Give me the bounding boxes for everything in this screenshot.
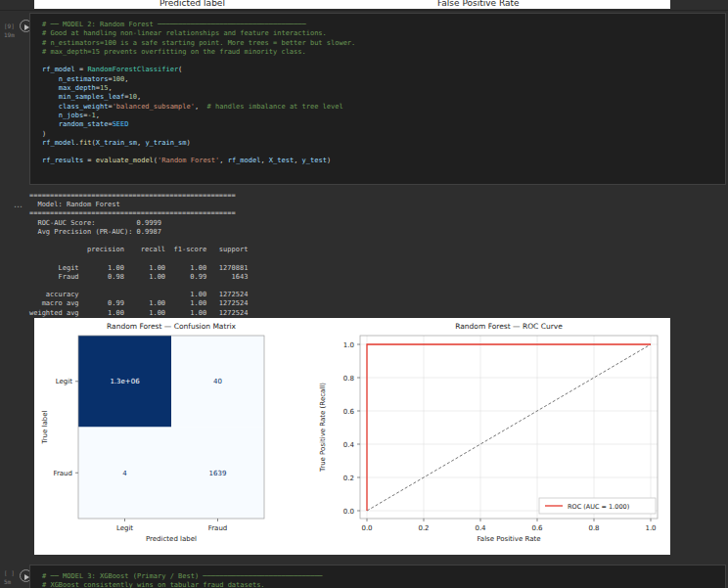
svg-text:1.0: 1.0	[343, 341, 354, 349]
cell-output-figure: 1.3e+064041639Random Forest — Confusion …	[34, 318, 670, 555]
code-cell-xgboost[interactable]: # ── MODEL 3: XGBoost (Primary / Best) ─…	[29, 565, 726, 588]
svg-text:Predicted label: Predicted label	[146, 535, 197, 543]
cell-separator	[0, 10, 728, 11]
code-cell-random-forest[interactable]: # ── MODEL 2: Random Forest ────────────…	[29, 13, 726, 185]
prev-xlabel-right: False Positive Rate	[437, 0, 520, 8]
svg-text:0.2: 0.2	[418, 524, 429, 532]
code-editor[interactable]: # ── MODEL 3: XGBoost (Primary / Best) ─…	[30, 565, 725, 588]
svg-text:4: 4	[122, 470, 127, 477]
svg-text:Legit: Legit	[116, 524, 133, 532]
svg-text:Random Forest — Confusion Matr: Random Forest — Confusion Matrix	[107, 322, 237, 331]
svg-text:Fraud: Fraud	[208, 524, 228, 532]
svg-text:0.8: 0.8	[588, 524, 599, 532]
svg-text:False Positive Rate: False Positive Rate	[477, 535, 540, 543]
svg-text:0.4: 0.4	[475, 524, 486, 532]
svg-text:True label: True label	[41, 410, 49, 444]
svg-text:0.4: 0.4	[343, 441, 355, 449]
cell-output-text: ========================================…	[29, 192, 248, 318]
svg-text:0.2: 0.2	[343, 475, 354, 482]
results-figure: 1.3e+064041639Random Forest — Confusion …	[34, 318, 670, 555]
svg-text:0.6: 0.6	[531, 524, 543, 532]
output-collapse-indicator[interactable]: ⋯	[14, 202, 23, 211]
code-editor[interactable]: # ── MODEL 2: Random Forest ────────────…	[30, 14, 725, 166]
svg-text:0.8: 0.8	[343, 375, 354, 383]
prev-xlabel-left: Predicted label	[159, 0, 225, 8]
svg-text:Legit: Legit	[56, 378, 72, 385]
svg-text:1639: 1639	[209, 470, 227, 477]
notebook-editor: Predicted label False Positive Rate [9] …	[0, 0, 728, 588]
svg-text:Fraud: Fraud	[53, 470, 72, 477]
svg-text:1.3e+06: 1.3e+06	[110, 378, 140, 385]
svg-text:0.0: 0.0	[361, 524, 372, 532]
svg-text:0.0: 0.0	[343, 508, 354, 516]
svg-text:1.0: 1.0	[645, 524, 656, 532]
svg-text:40: 40	[213, 378, 222, 385]
svg-text:Random Forest — ROC Curve: Random Forest — ROC Curve	[455, 322, 563, 331]
svg-text:True Positive Rate (Recall): True Positive Rate (Recall)	[319, 383, 327, 473]
previous-figure-bottom: Predicted label False Positive Rate	[34, 0, 670, 9]
svg-text:ROC (AUC = 1.000): ROC (AUC = 1.000)	[568, 503, 629, 511]
svg-text:0.6: 0.6	[343, 408, 355, 416]
